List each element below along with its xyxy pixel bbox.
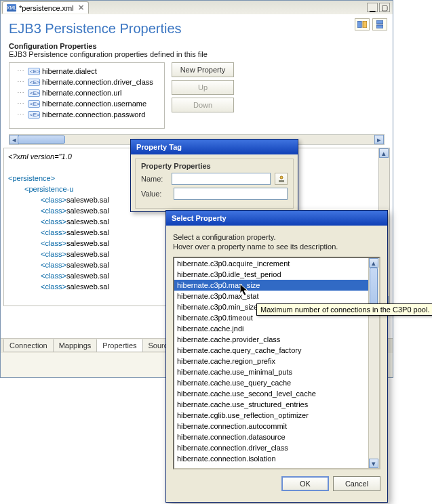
list-item[interactable]: hibernate.cache.jndi	[174, 323, 368, 334]
value-field[interactable]	[174, 188, 288, 200]
config-row: ⋯<E>hibernate.dialect⋯<E>hibernate.conne…	[1, 62, 393, 129]
list-item[interactable]: hibernate.cache.region_prefix	[174, 356, 368, 366]
list-item[interactable]: hibernate.c3p0.max_size	[174, 280, 368, 291]
dialog-hint: Select a configuration property. Hover o…	[173, 232, 380, 251]
close-icon[interactable]: ✕	[78, 3, 84, 12]
scroll-right-icon[interactable]: ▸	[374, 135, 384, 144]
property-tag-dialog: Property Tag Property Properties Name: V…	[130, 139, 298, 212]
hint-line-2: Hover over a property name to see its de…	[173, 242, 380, 251]
tree-connector-icon: ⋯	[14, 98, 26, 109]
scroll-up-icon[interactable]: ▴	[379, 148, 389, 158]
svg-rect-2	[376, 20, 383, 24]
svg-point-4	[280, 176, 283, 179]
form-toolbar	[355, 18, 387, 30]
element-badge-icon: <E>	[28, 89, 40, 97]
property-listbox[interactable]: hibernate.c3p0.acquire_incrementhibernat…	[173, 257, 380, 469]
tab-bar: XML *persistence.xml ✕ ▁ ▢	[1, 1, 393, 14]
page-title: EJB3 Persistence Properties	[1, 14, 393, 39]
move-up-button[interactable]: Up	[172, 80, 234, 95]
new-property-button[interactable]: New Property	[172, 62, 234, 77]
list-item[interactable]: hibernate.connection.autocommit	[174, 421, 368, 432]
tab-mappings[interactable]: Mappings	[53, 339, 98, 352]
list-item[interactable]: hibernate.cache.use_query_cache	[174, 377, 368, 388]
section-description: EJB3 Persistence configuration propertie…	[1, 50, 393, 62]
hint-line-1: Select a configuration property.	[173, 232, 380, 242]
list-item[interactable]: hibernate.connection.datasource	[174, 432, 368, 442]
list-item[interactable]: hibernate.cache.use_minimal_puts	[174, 366, 368, 377]
scroll-down-icon[interactable]: ▾	[369, 459, 378, 468]
list-item[interactable]: hibernate.c3p0.idle_test_period	[174, 269, 368, 280]
tab-connection[interactable]: Connection	[3, 339, 54, 352]
tree-connector-icon: ⋯	[14, 87, 26, 98]
property-group: Property Properties Name: Value:	[135, 159, 294, 209]
list-item[interactable]: hibernate.cache.provider_class	[174, 334, 368, 345]
list-item[interactable]: hibernate.connection.driver_class	[174, 442, 368, 453]
list-item[interactable]: hibernate.cache.use_second_level_cache	[174, 388, 368, 399]
editor-tab[interactable]: XML *persistence.xml ✕	[2, 1, 89, 14]
tab-properties[interactable]: Properties	[96, 339, 142, 352]
tree-connector-icon: ⋯	[14, 66, 26, 77]
dialog-button-row: OK Cancel	[166, 472, 387, 498]
element-badge-icon: <E>	[28, 79, 40, 86]
dialog-title[interactable]: Property Tag	[131, 140, 298, 154]
vertical-layout-icon[interactable]	[372, 18, 387, 30]
tree-connector-icon: ⋯	[14, 109, 26, 120]
list-item[interactable]: hibernate.cache.use_structured_entries	[174, 399, 368, 410]
list-item[interactable]: hibernate.cache.query_cache_factory	[174, 345, 368, 356]
horizontal-layout-icon[interactable]	[355, 18, 370, 30]
dialog-title[interactable]: Select Property	[166, 211, 387, 226]
xml-file-icon: XML	[7, 4, 16, 12]
scroll-up-icon[interactable]: ▴	[369, 258, 378, 268]
dialog-body: Select a configuration property. Hover o…	[166, 226, 387, 472]
svg-rect-1	[363, 21, 367, 28]
window-buttons: ▁ ▢	[367, 3, 393, 12]
name-label: Name:	[141, 175, 168, 183]
select-property-dialog: Select Property Select a configuration p…	[165, 210, 388, 503]
tree-item-label: hibernate.connection.username	[42, 98, 146, 109]
tree-item[interactable]: ⋯<E>hibernate.connection.url	[11, 87, 163, 98]
minimize-icon[interactable]: ▁	[367, 3, 378, 12]
list-item[interactable]: hibernate.cglib.use_reflection_optimizer	[174, 410, 368, 421]
tree-item[interactable]: ⋯<E>hibernate.connection.driver_class	[11, 77, 163, 87]
move-down-button[interactable]: Down	[172, 98, 234, 112]
name-field[interactable]	[172, 173, 271, 185]
name-row: Name:	[141, 173, 288, 185]
tooltip: Maximum number of connections in the C3P…	[256, 303, 432, 316]
scrollbar-thumb[interactable]	[18, 135, 65, 144]
ok-button[interactable]: OK	[281, 476, 329, 491]
list-item[interactable]: hibernate.c3p0.acquire_increment	[174, 258, 368, 269]
maximize-icon[interactable]: ▢	[379, 3, 390, 12]
svg-rect-3	[376, 25, 383, 28]
element-badge-icon: <E>	[28, 111, 40, 119]
tree-item[interactable]: ⋯<E>hibernate.connection.username	[11, 98, 163, 109]
tree-connector-icon: ⋯	[14, 77, 26, 87]
tree-item-label: hibernate.connection.driver_class	[42, 77, 153, 87]
value-row: Value:	[141, 188, 288, 200]
vertical-scrollbar[interactable]: ▴ ▾	[368, 258, 379, 468]
tree-item[interactable]: ⋯<E>hibernate.dialect	[11, 66, 163, 77]
button-column: New Property Up Down	[172, 62, 234, 129]
value-label: Value:	[141, 190, 170, 198]
group-heading: Property Properties	[141, 162, 288, 170]
element-badge-icon: <E>	[28, 68, 40, 75]
list-item[interactable]: hibernate.c3p0.max_stat	[174, 291, 368, 301]
list-item[interactable]: hibernate.connection.isolation	[174, 453, 368, 464]
property-tree[interactable]: ⋯<E>hibernate.dialect⋯<E>hibernate.conne…	[9, 62, 165, 129]
element-badge-icon: <E>	[28, 100, 40, 108]
tree-item-label: hibernate.connection.url	[42, 87, 121, 98]
svg-rect-5	[279, 180, 284, 182]
tree-item-label: hibernate.dialect	[42, 66, 97, 77]
tree-item-label: hibernate.connection.password	[42, 109, 145, 120]
tab-filename: *persistence.xml	[19, 4, 74, 12]
section-heading: Configuration Properties	[1, 39, 393, 50]
cancel-button[interactable]: Cancel	[333, 476, 380, 491]
tree-item[interactable]: ⋯<E>hibernate.connection.password	[11, 109, 163, 120]
content-assist-icon[interactable]	[275, 173, 288, 185]
svg-rect-0	[357, 21, 361, 28]
